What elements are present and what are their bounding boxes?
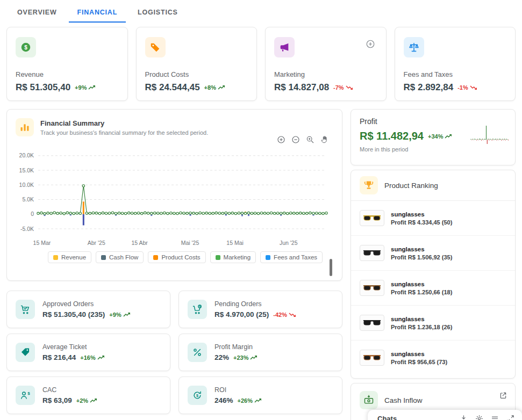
svg-text:-5.0K: -5.0K xyxy=(20,226,34,232)
product-image xyxy=(360,210,384,226)
stat-delta: +23% xyxy=(233,354,258,361)
kpi-delta: +9% xyxy=(75,84,96,91)
zoom-select-icon[interactable] xyxy=(306,135,314,144)
tab-overview[interactable]: OVERVIEW xyxy=(9,3,66,23)
svg-text:Mai '25: Mai '25 xyxy=(181,240,199,246)
profit-value: R$ 11.482,94 xyxy=(360,130,424,142)
trend-up-icon xyxy=(445,134,452,139)
kpi-label: Fees and Taxes xyxy=(404,70,507,78)
ticket-tag-icon xyxy=(16,343,35,362)
cash-inflow-title: Cash Inflow xyxy=(384,396,423,404)
ranking-item[interactable]: sunglassesProfit R$ 956,65 (73) xyxy=(351,341,515,375)
kpi-label: Revenue xyxy=(16,70,119,78)
kpi-value: R$ 14.827,08 xyxy=(274,82,329,93)
ranking-item[interactable]: sunglassesProfit R$ 4.334,45 (50) xyxy=(351,201,515,236)
open-in-new-icon[interactable] xyxy=(499,391,507,400)
ranking-item[interactable]: sunglassesProfit R$ 1.250,66 (18) xyxy=(351,271,515,306)
legend-item-revenue[interactable]: Revenue xyxy=(48,251,91,263)
chart-toolbar xyxy=(7,135,342,144)
stat-label: ROI xyxy=(214,386,262,394)
svg-text:15 Mar: 15 Mar xyxy=(33,240,51,246)
trend-down-icon xyxy=(289,312,296,317)
scrollbar-thumb[interactable] xyxy=(330,259,332,276)
stat-card-average-ticket: Average Ticket R$ 216,44 +16% xyxy=(6,334,170,371)
ranking-list: sunglassesProfit R$ 4.334,45 (50)sunglas… xyxy=(351,201,515,375)
ranking-item[interactable]: sunglassesProfit R$ 1.236,18 (26) xyxy=(351,306,515,341)
tab-logistics[interactable]: LOGISTICS xyxy=(129,3,187,23)
kpi-value: R$ 2.892,84 xyxy=(404,82,454,93)
legend-swatch xyxy=(153,255,158,260)
stat-value: 22% xyxy=(214,353,229,361)
download-icon[interactable] xyxy=(460,415,468,420)
trend-down-icon xyxy=(346,85,353,90)
kpi-card-marketing: Marketing R$ 14.827,08 -7% xyxy=(265,27,387,101)
chats-widget[interactable]: Chats xyxy=(368,410,522,420)
legend-label: Product Costs xyxy=(161,254,200,260)
legend-item-cash-flow[interactable]: Cash Flow xyxy=(96,251,144,263)
legend-swatch xyxy=(216,255,220,260)
stat-card-approved-orders: Approved Orders R$ 51.305,40 (235) +9% xyxy=(6,291,170,328)
stat-value: R$ 63,09 xyxy=(42,396,72,404)
stat-delta: +16% xyxy=(80,354,104,361)
chart-subtitle: Track your business's financial summary … xyxy=(40,129,208,136)
expand-icon[interactable] xyxy=(506,415,514,420)
stat-card-cac: $ CAC R$ 63,09 +2% xyxy=(6,376,170,414)
product-profit: Profit R$ 1.250,66 (18) xyxy=(391,289,452,295)
stat-label: Profit Margin xyxy=(214,343,258,351)
stat-label: Average Ticket xyxy=(42,343,105,351)
kpi-card-fees-taxes: Fees and Taxes R$ 2.892,84 -1% xyxy=(395,27,516,101)
chart-legend: RevenueCash FlowProduct CostsMarketingFe… xyxy=(7,250,342,263)
legend-item-marketing[interactable]: Marketing xyxy=(210,251,256,263)
svg-text:10.0K: 10.0K xyxy=(19,182,34,188)
financial-chart-svg[interactable]: 20.0K15.0K10.0K5.0K0-5.0K15 MarAbr '2515… xyxy=(11,145,334,250)
kpi-delta: +8% xyxy=(204,84,225,91)
trend-up-icon xyxy=(90,398,97,403)
trophy-icon xyxy=(360,176,378,194)
roi-cycle-dollar-icon: $ xyxy=(188,386,207,405)
svg-text:5.0K: 5.0K xyxy=(22,196,34,202)
zoom-out-icon[interactable] xyxy=(291,135,300,144)
product-name: sunglasses xyxy=(391,316,452,322)
person-dollar-icon: $ xyxy=(16,386,35,405)
stat-label: CAC xyxy=(42,386,97,394)
zoom-in-icon[interactable] xyxy=(277,135,285,144)
menu-icon[interactable] xyxy=(491,415,499,420)
product-image xyxy=(360,350,384,366)
svg-text:15.0K: 15.0K xyxy=(19,167,34,173)
add-widget-icon[interactable] xyxy=(366,39,375,49)
svg-text:0: 0 xyxy=(31,211,34,217)
stat-delta: +2% xyxy=(76,397,97,404)
ranking-item[interactable]: sunglassesProfit R$ 1.506,92 (35) xyxy=(351,236,515,271)
settings-gear-icon[interactable] xyxy=(475,415,483,420)
megaphone-icon xyxy=(274,37,295,57)
legend-label: Fees and Taxes xyxy=(274,254,317,260)
legend-label: Revenue xyxy=(61,254,86,260)
stat-value: R$ 216,44 xyxy=(42,353,76,361)
stat-value: R$ 51.305,40 (235) xyxy=(42,310,105,318)
tab-financial[interactable]: FINANCIAL xyxy=(69,3,126,23)
pan-hand-icon[interactable] xyxy=(320,135,329,144)
ranking-title: Product Ranking xyxy=(384,182,438,190)
trend-up-icon xyxy=(97,355,105,360)
stats-grid: Approved Orders R$ 51.305,40 (235) +9% P… xyxy=(6,291,342,414)
profit-delta: +34% xyxy=(428,133,452,140)
product-name: sunglasses xyxy=(391,211,452,218)
svg-text:15 Mai: 15 Mai xyxy=(226,240,244,246)
kpi-label: Marketing xyxy=(274,70,377,78)
stat-card-pending-orders: Pending Orders R$ 4.970,00 (25) -42% xyxy=(178,291,342,328)
kpi-row: $ Revenue R$ 51.305,40 +9% Product Costs… xyxy=(6,27,516,101)
stat-card-profit-margin: Profit Margin 22% +23% xyxy=(178,334,342,371)
legend-item-fees-and-taxes[interactable]: Fees and Taxes xyxy=(260,251,323,263)
kpi-delta: -1% xyxy=(457,84,477,91)
product-profit: Profit R$ 1.506,92 (35) xyxy=(391,254,452,260)
legend-swatch xyxy=(266,255,270,260)
svg-text:15 Abr: 15 Abr xyxy=(131,240,148,246)
legend-swatch xyxy=(53,255,58,260)
svg-text:$: $ xyxy=(24,45,27,50)
stat-value: R$ 4.970,00 (25) xyxy=(214,310,269,318)
kpi-value: R$ 51.305,40 xyxy=(16,82,70,93)
cart-check-icon xyxy=(16,300,35,319)
legend-item-product-costs[interactable]: Product Costs xyxy=(148,251,205,263)
product-name: sunglasses xyxy=(391,281,452,287)
kpi-label: Product Costs xyxy=(145,70,248,78)
